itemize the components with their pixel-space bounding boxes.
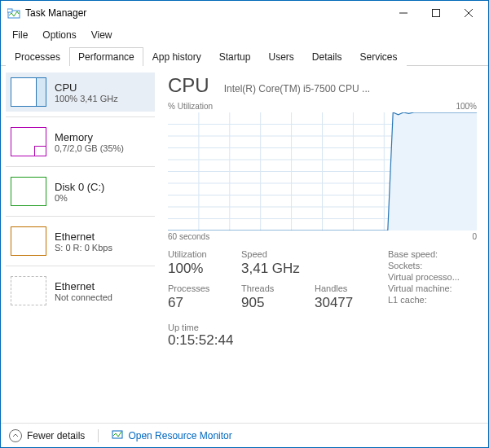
sidebar-item-disk[interactable]: Disk 0 (C:) 0% xyxy=(6,172,155,211)
tab-processes[interactable]: Processes xyxy=(6,47,69,66)
main-header: CPU Intel(R) Core(TM) i5-7500 CPU ... xyxy=(168,74,477,97)
window-title: Task Manager xyxy=(25,7,387,19)
sidebar-item-ethernet-1[interactable]: Ethernet S: 0 R: 0 Kbps xyxy=(6,222,155,261)
base-speed-label: Base speed: xyxy=(388,249,477,259)
close-button[interactable] xyxy=(452,2,485,24)
cpu-utilization-chart xyxy=(168,112,477,231)
threads-label: Threads xyxy=(241,283,315,293)
divider xyxy=(6,216,155,217)
spacer xyxy=(315,249,388,259)
sidebar-item-ethernet-2[interactable]: Ethernet Not connected xyxy=(6,271,155,310)
page-title: CPU xyxy=(168,74,209,97)
eth1-tile-text: Ethernet S: 0 R: 0 Kbps xyxy=(55,231,112,253)
uptime-block: Up time 0:15:52:44 xyxy=(168,319,477,349)
memory-tile-text: Memory 0,7/2,0 GB (35%) xyxy=(55,131,124,153)
app-icon xyxy=(7,7,20,20)
divider xyxy=(6,266,155,266)
eth2-tile-text: Ethernet Not connected xyxy=(55,280,112,302)
chart-container: % Utilization 100% 60 seconds 0 xyxy=(168,102,477,241)
minimize-button[interactable] xyxy=(387,2,420,24)
cpu-model: Intel(R) Core(TM) i5-7500 CPU ... xyxy=(224,83,477,94)
menu-options[interactable]: Options xyxy=(36,27,82,43)
sidebar-item-memory[interactable]: Memory 0,7/2,0 GB (35%) xyxy=(6,122,155,161)
speed-label: Speed xyxy=(241,249,315,259)
eth2-tile-title: Ethernet xyxy=(55,280,112,292)
handles-value: 30477 xyxy=(315,295,388,311)
chart-top-labels: % Utilization 100% xyxy=(168,102,477,111)
virtual-proc-label: Virtual processo... xyxy=(388,272,477,282)
chart-label-0: 0 xyxy=(472,232,477,241)
divider xyxy=(98,429,99,442)
menubar: File Options View xyxy=(1,25,488,45)
utilization-value: 100% xyxy=(168,261,241,277)
tab-startup[interactable]: Startup xyxy=(210,47,260,66)
chevron-up-icon xyxy=(9,429,22,442)
maximize-button[interactable] xyxy=(420,2,452,24)
main-panel: CPU Intel(R) Core(TM) i5-7500 CPU ... % … xyxy=(160,66,488,423)
divider xyxy=(6,116,155,117)
uptime-label: Up time xyxy=(168,323,477,332)
chart-label-util: % Utilization xyxy=(168,102,213,111)
titlebar: Task Manager xyxy=(1,1,488,25)
statusbar: Fewer details Open Resource Monitor xyxy=(1,423,488,447)
cpu-tile-sub: 100% 3,41 GHz xyxy=(55,94,118,103)
divider xyxy=(6,166,155,167)
eth1-tile-title: Ethernet xyxy=(55,231,112,243)
stats-right: Base speed: Sockets: Virtual processo...… xyxy=(388,249,477,319)
speed-value: 3,41 GHz xyxy=(241,261,315,277)
open-resource-monitor-label: Open Resource Monitor xyxy=(128,430,231,441)
tabs: Processes Performance App history Startu… xyxy=(1,46,488,66)
tab-performance[interactable]: Performance xyxy=(69,47,143,66)
utilization-label: Utilization xyxy=(168,249,241,259)
ethernet2-thumb-icon xyxy=(11,276,46,305)
threads-value: 905 xyxy=(241,295,315,311)
content-area: CPU 100% 3,41 GHz Memory 0,7/2,0 GB (35%… xyxy=(1,66,488,423)
task-manager-window: Task Manager File Options View Processes… xyxy=(0,0,489,448)
sockets-label: Sockets: xyxy=(388,261,477,270)
tab-app-history[interactable]: App history xyxy=(143,47,210,66)
open-resource-monitor-link[interactable]: Open Resource Monitor xyxy=(112,428,231,442)
tab-details[interactable]: Details xyxy=(303,47,351,66)
fewer-details-label: Fewer details xyxy=(27,430,85,441)
sidebar: CPU 100% 3,41 GHz Memory 0,7/2,0 GB (35%… xyxy=(1,66,160,423)
cpu-thumb-icon xyxy=(11,77,46,107)
chart-label-100: 100% xyxy=(456,102,477,111)
memory-thumb-icon xyxy=(11,127,46,156)
l1-cache-label: L1 cache: xyxy=(388,295,477,305)
handles-label: Handles xyxy=(315,283,388,293)
cpu-tile-title: CPU xyxy=(55,81,118,94)
disk-thumb-icon xyxy=(11,177,46,206)
memory-tile-sub: 0,7/2,0 GB (35%) xyxy=(55,143,124,153)
eth2-tile-sub: Not connected xyxy=(55,292,112,302)
processes-value: 67 xyxy=(168,295,241,311)
virtual-machine-label: Virtual machine: xyxy=(388,283,477,293)
eth1-tile-sub: S: 0 R: 0 Kbps xyxy=(55,243,112,253)
menu-file[interactable]: File xyxy=(6,27,34,43)
menu-view[interactable]: View xyxy=(85,27,119,43)
spacer2 xyxy=(315,261,388,277)
svg-rect-3 xyxy=(433,10,440,17)
ethernet1-thumb-icon xyxy=(11,226,46,256)
chart-bottom-labels: 60 seconds 0 xyxy=(168,232,477,241)
disk-tile-sub: 0% xyxy=(55,193,104,203)
cpu-tile-text: CPU 100% 3,41 GHz xyxy=(55,81,118,103)
monitor-icon xyxy=(112,428,123,442)
memory-tile-title: Memory xyxy=(55,131,124,143)
processes-label: Processes xyxy=(168,283,241,293)
disk-tile-text: Disk 0 (C:) 0% xyxy=(55,181,104,203)
disk-tile-title: Disk 0 (C:) xyxy=(55,181,104,193)
tab-services[interactable]: Services xyxy=(351,47,407,66)
uptime-value: 0:15:52:44 xyxy=(168,332,477,349)
chart-label-60s: 60 seconds xyxy=(168,232,209,241)
tab-users[interactable]: Users xyxy=(259,47,302,66)
svg-rect-1 xyxy=(7,9,12,12)
fewer-details-button[interactable]: Fewer details xyxy=(9,429,85,442)
sidebar-item-cpu[interactable]: CPU 100% 3,41 GHz xyxy=(6,72,155,112)
stats-grid: Utilization Speed Base speed: Sockets: V… xyxy=(168,249,477,319)
